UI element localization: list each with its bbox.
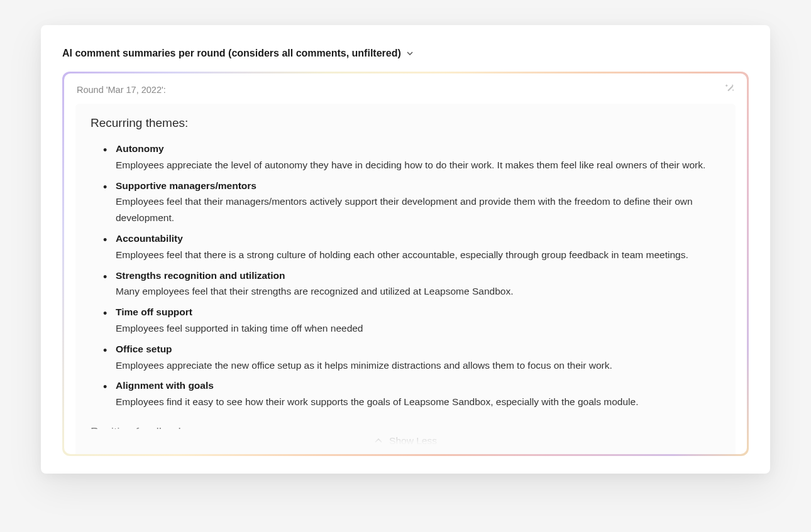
summary-inner-box: Round 'Mar 17, 2022': Recurring themes: … — [64, 73, 747, 454]
theme-title: Autonomy — [116, 141, 720, 157]
list-item: Accountability Employees feel that there… — [103, 231, 720, 263]
theme-title: Supportive managers/mentors — [116, 178, 720, 194]
show-less-label: Show Less — [389, 435, 437, 447]
chevron-up-icon — [374, 437, 383, 445]
round-label: Round 'Mar 17, 2022': — [75, 85, 736, 95]
list-item: Alignment with goals Employees find it e… — [103, 378, 720, 410]
content-scroll: Recurring themes: Autonomy Employees app… — [91, 116, 720, 429]
chevron-down-icon[interactable] — [406, 50, 414, 57]
theme-title: Alignment with goals — [116, 378, 720, 394]
list-item: Supportive managers/mentors Employees fe… — [103, 178, 720, 226]
theme-title: Office setup — [116, 342, 720, 357]
section-title: AI comment summaries per round (consider… — [62, 48, 401, 59]
theme-title: Accountability — [116, 231, 720, 247]
theme-desc: Employees feel that there is a strong cu… — [116, 249, 688, 260]
theme-desc: Many employees feel that their strengths… — [116, 286, 513, 296]
recurring-themes-list: Autonomy Employees appreciate the level … — [91, 141, 720, 410]
theme-desc: Employees find it easy to see how their … — [116, 396, 638, 407]
list-item: Strengths recognition and utilization Ma… — [103, 268, 720, 300]
positive-feedback-heading: Positive feedback: — [91, 425, 720, 429]
list-item: Office setup Employees appreciate the ne… — [103, 342, 720, 374]
theme-desc: Employees feel supported in taking time … — [116, 323, 363, 334]
magic-wand-icon[interactable] — [724, 82, 736, 94]
theme-desc: Employees feel that their managers/mento… — [116, 196, 693, 223]
theme-desc: Employees appreciate the level of autono… — [116, 160, 705, 170]
recurring-themes-heading: Recurring themes: — [91, 116, 720, 130]
gradient-border-box: Round 'Mar 17, 2022': Recurring themes: … — [62, 72, 749, 456]
list-item: Autonomy Employees appreciate the level … — [103, 141, 720, 173]
theme-title: Time off support — [116, 305, 720, 320]
show-less-button[interactable]: Show Less — [91, 429, 720, 454]
content-area: Recurring themes: Autonomy Employees app… — [75, 104, 736, 454]
list-item: Time off support Employees feel supporte… — [103, 305, 720, 337]
theme-desc: Employees appreciate the new office setu… — [116, 360, 612, 371]
section-header: AI comment summaries per round (consider… — [62, 48, 749, 59]
summary-card: AI comment summaries per round (consider… — [41, 25, 770, 474]
theme-title: Strengths recognition and utilization — [116, 268, 720, 284]
